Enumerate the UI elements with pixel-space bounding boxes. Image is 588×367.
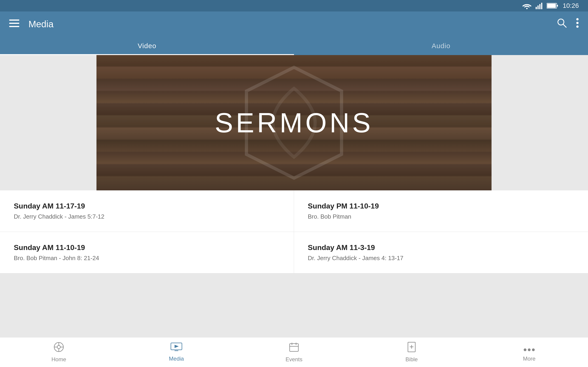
svg-point-18 [57, 345, 61, 349]
sermon-subtitle-1: Bro. Bob Pitman [308, 213, 574, 220]
wifi-icon [522, 2, 531, 9]
app-bar-actions [557, 18, 579, 30]
svg-point-13 [576, 18, 579, 20]
svg-point-15 [576, 25, 579, 28]
sermon-title-2: Sunday AM 11-10-19 [14, 243, 280, 252]
sermon-grid: Sunday AM 11-17-19 Dr. Jerry Chaddick - … [0, 190, 588, 273]
app-title: Media [28, 19, 557, 29]
svg-point-14 [576, 22, 579, 24]
status-icons [522, 2, 558, 9]
sermon-item-3[interactable]: Sunday AM 11-3-19 Dr. Jerry Chaddick - J… [294, 232, 588, 273]
sermon-title-0: Sunday AM 11-17-19 [14, 202, 280, 210]
svg-point-33 [524, 348, 527, 351]
nav-events[interactable]: Events [235, 342, 353, 363]
sermon-item-2[interactable]: Sunday AM 11-10-19 Bro. Bob Pitman - Joh… [0, 232, 294, 273]
svg-rect-10 [9, 26, 19, 27]
more-icon [523, 343, 535, 353]
home-icon [53, 342, 64, 354]
bible-icon [407, 342, 416, 354]
svg-rect-7 [557, 5, 558, 7]
more-vert-icon[interactable] [576, 18, 579, 30]
svg-point-34 [528, 348, 531, 351]
nav-more[interactable]: More [470, 343, 588, 362]
tab-bar: Video Audio [0, 37, 588, 55]
sermon-title-3: Sunday AM 11-3-19 [308, 243, 574, 252]
nav-bible[interactable]: Bible [353, 342, 470, 363]
main-content: SERMONS Sunday AM 11-17-19 Dr. Jerry Cha… [0, 55, 588, 337]
nav-home-label: Home [52, 356, 66, 363]
hero-banner[interactable]: SERMONS [96, 55, 492, 190]
svg-point-11 [558, 19, 564, 25]
tab-audio[interactable]: Audio [294, 37, 588, 55]
svg-rect-2 [537, 6, 539, 9]
app-bar: Media [0, 11, 588, 37]
sermon-item-0[interactable]: Sunday AM 11-17-19 Dr. Jerry Chaddick - … [0, 190, 294, 232]
nav-bible-label: Bible [405, 356, 418, 363]
svg-marker-24 [174, 345, 179, 348]
search-icon[interactable] [557, 18, 567, 30]
sermon-subtitle-3: Dr. Jerry Chaddick - James 4: 13-17 [308, 255, 574, 262]
svg-line-12 [563, 24, 566, 27]
status-time: 10:26 [563, 2, 579, 9]
media-icon [170, 342, 182, 353]
svg-rect-6 [547, 4, 556, 8]
svg-rect-8 [9, 19, 19, 21]
tab-video[interactable]: Video [0, 37, 294, 55]
svg-rect-9 [9, 23, 19, 24]
nav-events-label: Events [285, 356, 302, 363]
hero-title: SERMONS [215, 107, 373, 139]
svg-point-0 [526, 8, 527, 9]
sermon-subtitle-0: Dr. Jerry Chaddick - James 5:7-12 [14, 213, 280, 220]
svg-rect-26 [290, 344, 298, 351]
nav-more-label: More [523, 356, 536, 362]
bottom-nav: Home Media Events [0, 337, 588, 367]
battery-icon [547, 3, 558, 9]
svg-rect-3 [539, 4, 540, 9]
svg-rect-1 [536, 7, 537, 9]
nav-media[interactable]: Media [118, 342, 235, 362]
svg-rect-4 [541, 3, 542, 9]
svg-point-35 [532, 348, 535, 351]
sermon-item-1[interactable]: Sunday PM 11-10-19 Bro. Bob Pitman [294, 190, 588, 232]
hamburger-icon[interactable] [9, 19, 19, 29]
status-bar: 10:26 [0, 0, 588, 11]
signal-icon [536, 2, 543, 9]
nav-media-label: Media [169, 356, 184, 362]
events-icon [289, 342, 299, 354]
sermon-subtitle-2: Bro. Bob Pitman - John 8: 21-24 [14, 255, 280, 262]
nav-home[interactable]: Home [0, 342, 118, 363]
sermon-title-1: Sunday PM 11-10-19 [308, 202, 574, 210]
